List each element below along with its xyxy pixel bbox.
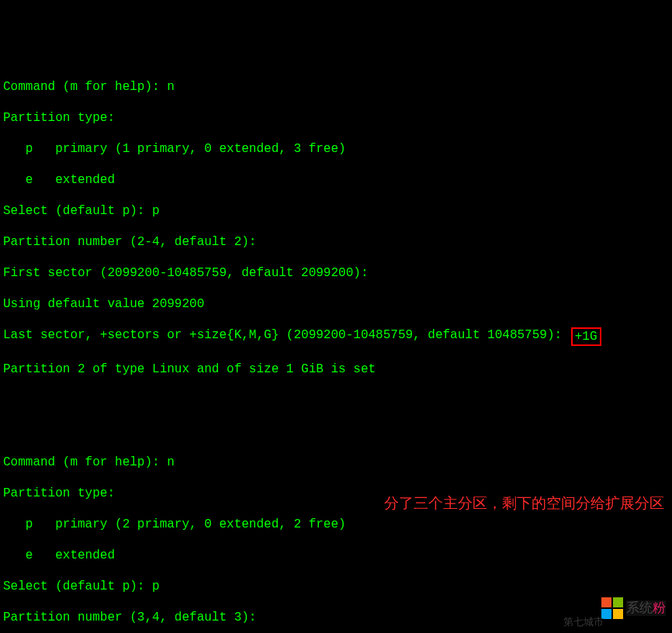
prompt: Select (default p): (3, 204, 152, 218)
watermark-text: 系统粉 (626, 600, 666, 616)
prompt: Command (m for help): (3, 80, 167, 94)
faint-watermark: 第七城市 (563, 614, 604, 630)
output-line: p primary (2 primary, 0 extended, 2 free… (3, 517, 669, 532)
prompt: Select (default p): (3, 579, 152, 593)
user-input[interactable]: p (152, 204, 160, 218)
watermark: 系统粉 (601, 597, 666, 619)
user-input[interactable]: n (167, 455, 175, 469)
output-line: e extended (3, 548, 669, 563)
user-input[interactable]: n (167, 80, 175, 94)
output-line: e extended (3, 172, 669, 188)
output-line: Partition type: (3, 110, 669, 126)
prompt: Command (m for help): (3, 455, 167, 469)
blank-line (3, 393, 669, 408)
cmd-line: Command (m for help): n (3, 79, 669, 95)
select-line: Select (default p): p (3, 579, 669, 594)
user-input[interactable]: p (152, 579, 160, 593)
output-line: First sector (2099200-10485759, default … (3, 265, 669, 281)
size-input-highlight[interactable]: +1G (571, 327, 601, 346)
output-line: p primary (1 primary, 0 extended, 3 free… (3, 141, 669, 157)
annotation-text: 分了三个主分区，剩下的空间分给扩展分区 (384, 496, 664, 511)
select-line: Select (default p): p (3, 203, 669, 219)
output-line: Partition number (2-4, default 2): (3, 234, 669, 250)
microsoft-logo-icon (601, 597, 623, 619)
cmd-line: Command (m for help): n (3, 455, 669, 470)
last-sector-line: Last sector, +sectors or +size{K,M,G} (2… (3, 327, 669, 346)
output-line: Using default value 2099200 (3, 296, 669, 312)
prompt: Last sector, +sectors or +size{K,M,G} (2… (3, 328, 570, 342)
output-line: Partition 2 of type Linux and of size 1 … (3, 361, 669, 377)
